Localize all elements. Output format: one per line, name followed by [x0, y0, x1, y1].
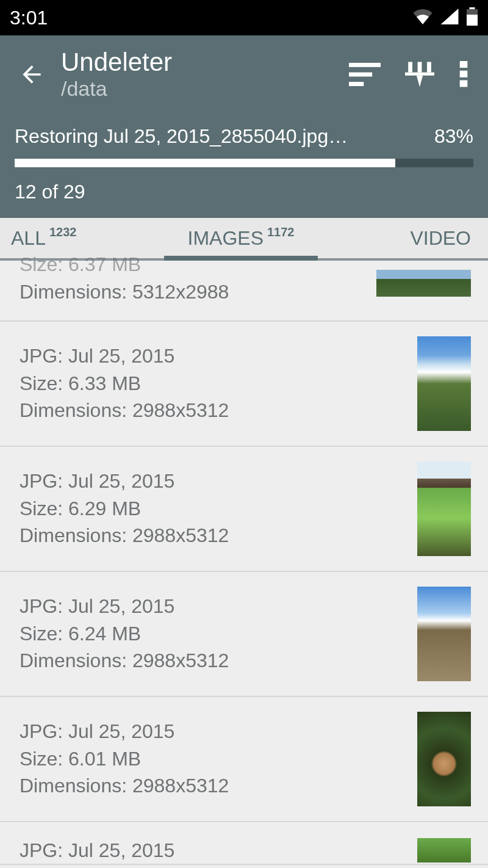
item-dimensions: Dimensions: 2988x5312	[20, 647, 229, 675]
app-bar: Undeleter /data	[0, 35, 488, 107]
svg-rect-1	[467, 15, 478, 26]
item-type-date: JPG: Jul 25, 2015	[20, 718, 229, 745]
list-item[interactable]: JPG: Jul 25, 2015	[0, 822, 488, 866]
item-size: Size: 6.29 MB	[20, 495, 229, 523]
svg-rect-8	[427, 62, 431, 72]
list-item[interactable]: Size: 6.37 MBDimensions: 5312x2988	[0, 261, 488, 322]
list-item-text: JPG: Jul 25, 2015	[20, 837, 174, 864]
thumbnail-image	[417, 461, 471, 556]
app-title: Undeleter	[61, 48, 349, 77]
list-item-text: JPG: Jul 25, 2015Size: 6.24 MBDimensions…	[20, 593, 229, 675]
thumbnail-image	[376, 270, 471, 297]
svg-rect-12	[460, 80, 468, 87]
wifi-icon	[412, 9, 433, 27]
svg-rect-4	[349, 72, 372, 76]
thumbnail-image	[417, 587, 471, 681]
item-size: Size: 6.33 MB	[20, 370, 229, 397]
list-item-text: JPG: Jul 25, 2015Size: 6.29 MBDimensions…	[20, 468, 229, 549]
progress-bar	[15, 159, 473, 167]
tab-images-label: IMAGES	[188, 227, 264, 250]
tab-video[interactable]: VIDEO	[318, 218, 488, 258]
svg-rect-9	[405, 72, 434, 75]
filter-button[interactable]	[405, 60, 434, 89]
sort-button[interactable]	[349, 62, 381, 87]
item-size: Size: 6.01 MB	[20, 745, 229, 773]
overflow-menu-button[interactable]	[459, 61, 468, 88]
item-type-date: JPG: Jul 25, 2015	[20, 593, 229, 620]
thumbnail-image	[417, 838, 471, 863]
tab-all-label: ALL	[11, 227, 46, 250]
progress-count: 12 of 29	[15, 181, 473, 203]
item-type-date: JPG: Jul 25, 2015	[20, 837, 174, 864]
progress-percent: 83%	[434, 125, 473, 148]
svg-rect-7	[418, 62, 422, 72]
progress-bar-fill	[15, 159, 395, 167]
svg-rect-6	[408, 62, 412, 72]
svg-rect-2	[470, 7, 475, 9]
app-subtitle: /data	[61, 77, 349, 101]
list-item[interactable]: JPG: Jul 25, 2015Size: 6.24 MBDimensions…	[0, 572, 488, 697]
tab-video-label: VIDEO	[410, 227, 471, 250]
list-item-text: JPG: Jul 25, 2015Size: 6.33 MBDimensions…	[20, 342, 229, 424]
item-size: Size: 6.24 MB	[20, 620, 229, 648]
progress-panel: Restoring Jul 25, 2015_2855040.jpg… 83% …	[0, 107, 488, 218]
status-time: 3:01	[10, 7, 48, 29]
status-bar: 3:01	[0, 0, 488, 35]
item-type-date: JPG: Jul 25, 2015	[20, 342, 229, 370]
app-bar-titles: Undeleter /data	[61, 48, 349, 101]
item-type-date: JPG: Jul 25, 2015	[20, 468, 229, 495]
battery-icon	[466, 7, 478, 28]
list-item[interactable]: JPG: Jul 25, 2015Size: 6.29 MBDimensions…	[0, 447, 488, 572]
file-list[interactable]: Size: 6.37 MBDimensions: 5312x2988JPG: J…	[0, 261, 488, 865]
cellular-icon	[440, 9, 459, 27]
tab-all-count: 1232	[49, 225, 77, 239]
back-button[interactable]	[15, 61, 49, 88]
item-dimensions: Dimensions: 5312x2988	[20, 278, 229, 306]
svg-rect-11	[460, 70, 468, 77]
list-item-text: Size: 6.37 MBDimensions: 5312x2988	[20, 261, 229, 306]
progress-label: Restoring Jul 25, 2015_2855040.jpg…	[15, 125, 348, 148]
thumbnail-image	[417, 712, 471, 806]
item-dimensions: Dimensions: 2988x5312	[20, 522, 229, 549]
status-icons	[412, 7, 478, 28]
tab-images-count: 1172	[267, 225, 295, 239]
item-size-clipped: Size: 6.37 MB	[20, 251, 229, 278]
list-item[interactable]: JPG: Jul 25, 2015Size: 6.33 MBDimensions…	[0, 322, 488, 447]
thumbnail-image	[417, 336, 471, 431]
list-item-text: JPG: Jul 25, 2015Size: 6.01 MBDimensions…	[20, 718, 229, 800]
item-dimensions: Dimensions: 2988x5312	[20, 397, 229, 424]
svg-rect-3	[349, 62, 381, 67]
list-item[interactable]: JPG: Jul 25, 2015Size: 6.01 MBDimensions…	[0, 697, 488, 822]
item-dimensions: Dimensions: 2988x5312	[20, 772, 229, 800]
svg-rect-5	[349, 82, 364, 86]
svg-rect-10	[460, 61, 468, 68]
